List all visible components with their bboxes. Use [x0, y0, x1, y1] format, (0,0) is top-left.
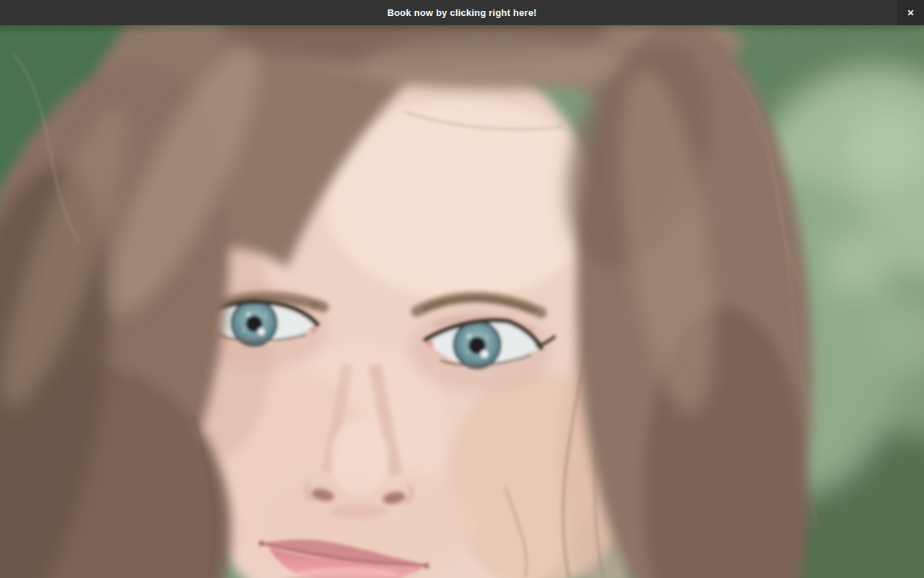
- announcement-bar: Book now by clicking right here! ✕: [0, 0, 924, 25]
- announcement-close-button[interactable]: ✕: [897, 0, 924, 25]
- hero-section: [0, 25, 924, 578]
- top-edge-shadow: [0, 25, 924, 34]
- announcement-message-link[interactable]: Book now by clicking right here!: [387, 7, 536, 18]
- hero-portrait-photo: [0, 25, 924, 578]
- close-icon: ✕: [907, 9, 914, 17]
